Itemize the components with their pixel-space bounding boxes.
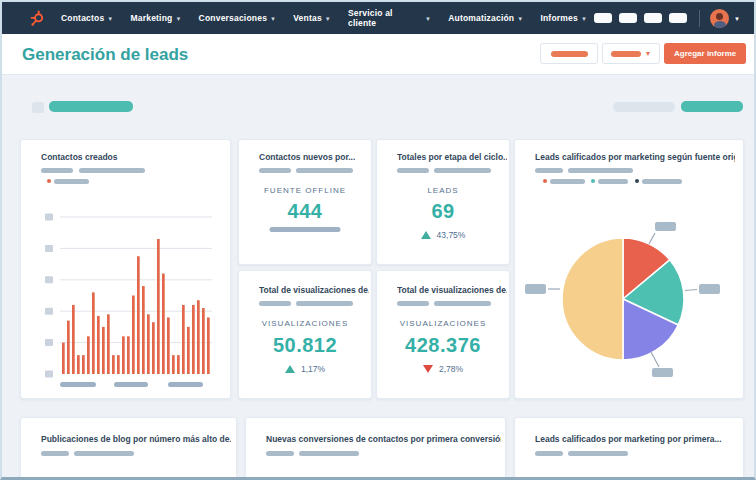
page-header: Generación de leads ▼ Agregar informe — [2, 34, 754, 75]
metric-label: VISUALIZACIONES — [377, 319, 509, 328]
metric-label: VISUALIZACIONES — [239, 319, 371, 328]
card-title: Contactos creados — [41, 152, 118, 162]
subtitle-placeholder — [397, 301, 429, 306]
card-leads-primera: Leads calificados por marketing por prim… — [514, 417, 744, 480]
nav-action-button-2[interactable] — [619, 13, 637, 23]
nav-divider — [699, 10, 700, 27]
nav-action-button-1[interactable] — [594, 13, 612, 23]
nav-action-button-4[interactable] — [669, 13, 687, 23]
metric-label: FUENTE OFFLINE — [239, 186, 371, 195]
subtitle-placeholder — [259, 301, 291, 306]
subtitle-placeholder — [296, 301, 353, 306]
nav-menu: Contactos▼ Marketing▼ Conversaciones▼ Ve… — [61, 8, 587, 28]
dashboard-filter-placeholder[interactable] — [49, 101, 133, 112]
delta-row: 43,75% — [377, 230, 509, 240]
delta-row: 2,78% — [377, 364, 509, 374]
card-visualizaciones-b: Total de visualizaciones de... VISUALIZA… — [376, 270, 510, 399]
metric-value: 50.812 — [239, 334, 371, 357]
subtitle-placeholder — [434, 168, 491, 173]
chevron-down-icon: ▼ — [645, 50, 652, 57]
card-publicaciones-blog: Publicaciones de blog por número más alt… — [20, 417, 237, 480]
nav-item-label: Contactos — [61, 13, 104, 23]
nav-item-marketing[interactable]: Marketing▼ — [131, 13, 182, 23]
card-title: Leads calificados por marketing por prim… — [535, 434, 722, 444]
chevron-down-icon: ▼ — [175, 16, 181, 22]
add-report-button[interactable]: Agregar informe — [664, 43, 746, 64]
metric-value: 444 — [239, 200, 371, 223]
nav-item-informes[interactable]: Informes▼ — [540, 13, 587, 23]
subtitle-placeholder — [299, 451, 359, 456]
nav-item-conversaciones[interactable]: Conversaciones▼ — [199, 13, 277, 23]
nav-item-label: Servicio al cliente — [348, 8, 422, 28]
mql-pie-chart — [515, 140, 745, 400]
delta-value: 1,17% — [301, 364, 325, 374]
app-window: Contactos▼ Marketing▼ Conversaciones▼ Ve… — [0, 0, 756, 480]
nav-item-label: Automatización — [448, 13, 514, 23]
card-title: Total de visualizaciones de... — [259, 285, 369, 295]
chevron-down-icon: ▼ — [517, 16, 523, 22]
top-nav: Contactos▼ Marketing▼ Conversaciones▼ Ve… — [2, 2, 754, 34]
legend-label-placeholder — [54, 179, 89, 184]
header-action-button-1[interactable] — [540, 43, 598, 64]
date-range-placeholder[interactable] — [613, 102, 675, 112]
legend-dot-icon — [47, 179, 51, 183]
subtitle-placeholder — [79, 168, 145, 173]
card-leads-por-fuente: Leads calificados por marketing según fu… — [514, 139, 744, 399]
card-title: Totales por etapa del ciclo... — [397, 152, 507, 162]
chevron-down-icon: ▼ — [270, 16, 276, 22]
card-contactos-nuevos: Contactos nuevos por... FUENTE OFFLINE 4… — [238, 139, 372, 265]
actions-placeholder[interactable] — [681, 101, 743, 112]
card-nuevas-conversiones: Nuevas conversiones de contactos por pri… — [245, 417, 506, 480]
comparison-placeholder — [270, 227, 341, 232]
nav-item-label: Informes — [540, 13, 578, 23]
subtitle-placeholder — [296, 168, 353, 173]
nav-item-servicio[interactable]: Servicio al cliente▼ — [348, 8, 431, 28]
metric-value: 69 — [377, 200, 509, 223]
chevron-down-icon: ▼ — [107, 16, 113, 22]
nav-actions: ▼ — [587, 9, 740, 28]
subtitle-placeholder — [266, 451, 294, 456]
subtitle-placeholder — [434, 301, 491, 306]
delta-down-icon — [423, 365, 433, 373]
nav-item-label: Conversaciones — [199, 13, 267, 23]
card-title: Nuevas conversiones de contactos por pri… — [266, 434, 501, 444]
nav-item-label: Marketing — [131, 13, 173, 23]
delta-up-icon — [421, 231, 431, 239]
avatar[interactable] — [710, 9, 729, 28]
page-title: Generación de leads — [22, 45, 188, 65]
subtitle-placeholder — [41, 451, 69, 456]
card-contactos-creados: Contactos creados — [20, 139, 231, 399]
subtitle-placeholder — [535, 451, 563, 456]
card-title: Publicaciones de blog por número más alt… — [41, 434, 231, 444]
nav-item-contactos[interactable]: Contactos▼ — [61, 13, 114, 23]
chevron-down-icon: ▼ — [325, 16, 331, 22]
subtitle-placeholder — [259, 168, 291, 173]
redacted-label — [551, 51, 588, 57]
card-title: Total de visualizaciones de... — [397, 285, 507, 295]
chevron-down-icon: ▼ — [425, 16, 431, 22]
card-totales-etapa: Totales por etapa del ciclo... LEADS 69 … — [376, 139, 510, 265]
nav-item-label: Ventas — [293, 13, 322, 23]
metric-value: 428.376 — [377, 334, 509, 357]
delta-row: 1,17% — [239, 364, 371, 374]
subtitle-placeholder — [397, 168, 429, 173]
filter-checkbox-placeholder[interactable] — [32, 102, 44, 113]
subtitle-placeholder — [41, 168, 73, 173]
contacts-created-bar-chart — [21, 198, 232, 398]
subtitle-placeholder — [568, 451, 628, 456]
nav-action-button-3[interactable] — [644, 13, 662, 23]
card-title: Contactos nuevos por... — [259, 152, 355, 162]
nav-item-ventas[interactable]: Ventas▼ — [293, 13, 331, 23]
nav-item-automatizacion[interactable]: Automatización▼ — [448, 13, 523, 23]
hubspot-logo-icon[interactable] — [28, 10, 45, 27]
card-visualizaciones-a: Total de visualizaciones de... VISUALIZA… — [238, 270, 372, 399]
chevron-down-icon: ▼ — [581, 16, 587, 22]
delta-value: 2,78% — [439, 364, 463, 374]
header-action-dropdown[interactable]: ▼ — [602, 43, 660, 64]
delta-value: 43,75% — [437, 230, 466, 240]
chevron-down-icon[interactable]: ▼ — [734, 16, 740, 22]
metric-label: LEADS — [377, 186, 509, 195]
redacted-label — [611, 51, 641, 57]
subtitle-placeholder — [74, 451, 134, 456]
delta-up-icon — [285, 365, 295, 373]
